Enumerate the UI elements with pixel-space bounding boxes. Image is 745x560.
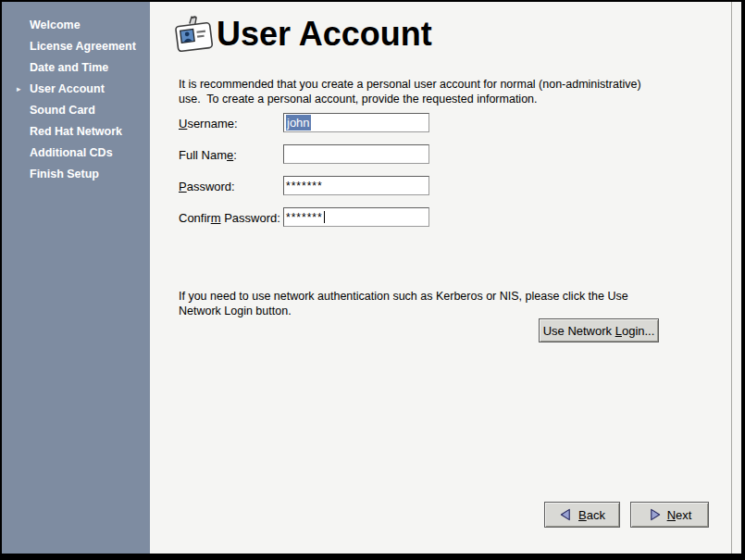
use-network-login-button[interactable]: Use Network Login...: [539, 318, 659, 342]
setup-agent-window: Welcome License Agreement Date and Time …: [2, 2, 741, 554]
sidebar-item-user-account[interactable]: ▸ User Account: [2, 79, 150, 100]
sidebar-item-date-and-time[interactable]: Date and Time: [2, 57, 150, 79]
full-name-label: Full Name:: [179, 148, 237, 162]
username-input[interactable]: john: [283, 113, 429, 132]
next-arrow-icon: [648, 508, 662, 521]
sidebar-item-label: Additional CDs: [30, 146, 113, 159]
back-button[interactable]: Back: [544, 502, 620, 528]
intro-text: It is recommended that you create a pers…: [179, 77, 649, 107]
sidebar-item-label: Date and Time: [30, 61, 108, 74]
full-name-input[interactable]: [283, 144, 429, 164]
window-right-bevel: [731, 2, 732, 554]
sidebar-item-finish-setup[interactable]: Finish Setup: [2, 164, 150, 185]
sidebar-item-red-hat-network[interactable]: Red Hat Network: [2, 121, 150, 143]
sidebar: Welcome License Agreement Date and Time …: [2, 2, 150, 554]
text-caret: [324, 211, 325, 223]
screen: Welcome License Agreement Date and Time …: [0, 0, 745, 560]
main-content: User Account It is recommended that you …: [150, 2, 741, 554]
sidebar-item-sound-card[interactable]: Sound Card: [2, 100, 150, 121]
button-label: Back: [578, 508, 605, 522]
sidebar-item-welcome[interactable]: Welcome: [2, 15, 150, 36]
password-input[interactable]: *******: [283, 176, 429, 195]
sidebar-item-label: Finish Setup: [30, 168, 99, 180]
active-step-arrow-icon: ▸: [17, 79, 21, 100]
selected-text: john: [286, 115, 311, 131]
back-arrow-icon: [559, 508, 573, 521]
sidebar-item-label: Red Hat Network: [30, 125, 122, 138]
sidebar-item-label: License Agreement: [30, 40, 136, 53]
page-title: User Account: [217, 15, 432, 54]
password-label: Password:: [179, 180, 235, 193]
username-label: Username:: [179, 117, 238, 131]
next-button[interactable]: Next: [630, 502, 709, 528]
sidebar-item-label: User Account: [30, 82, 105, 95]
sidebar-item-label: Welcome: [30, 19, 81, 31]
sidebar-item-license-agreement[interactable]: License Agreement: [2, 36, 150, 57]
sidebar-item-additional-cds[interactable]: Additional CDs: [2, 143, 150, 164]
confirm-password-label: Confirm Password:: [179, 211, 280, 225]
button-label: Use Network Login...: [543, 324, 655, 338]
network-auth-text: If you need to use network authenticatio…: [179, 289, 651, 319]
button-label: Next: [667, 508, 692, 522]
id-badge-icon: [172, 12, 217, 60]
confirm-password-input[interactable]: *******: [283, 207, 429, 227]
sidebar-item-label: Sound Card: [30, 104, 95, 117]
